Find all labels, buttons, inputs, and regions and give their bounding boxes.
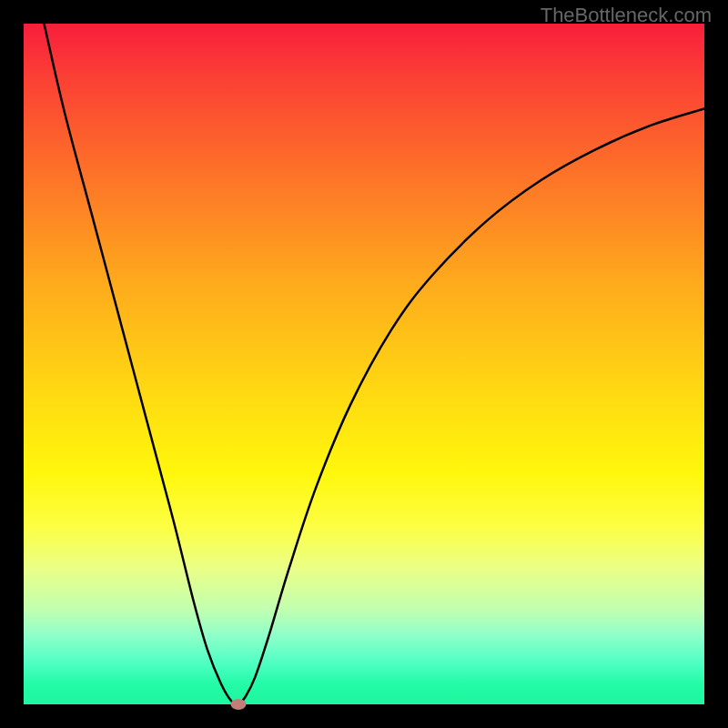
optimum-marker (230, 699, 246, 710)
curve-svg (24, 24, 704, 704)
bottleneck-curve (44, 24, 704, 704)
plot-area (24, 24, 704, 704)
watermark-text: TheBottleneck.com (541, 4, 712, 27)
chart-frame (24, 24, 704, 704)
